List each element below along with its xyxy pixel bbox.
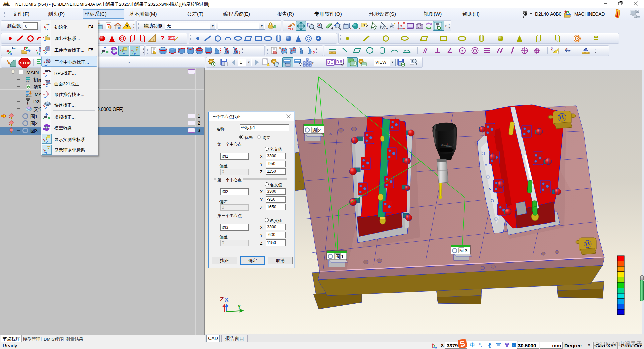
svg-text:X: X [225, 297, 229, 303]
svg-text:▾: ▾ [332, 27, 333, 30]
svg-text:T: T [585, 48, 587, 51]
svg-text:θ: θ [551, 46, 553, 50]
svg-text:2: 2 [318, 127, 321, 133]
svg-text:圆: 圆 [459, 248, 464, 253]
svg-text:圆: 圆 [312, 127, 317, 133]
svg-text:D: D [327, 60, 330, 65]
svg-text:Y: Y [237, 304, 241, 310]
svg-text:Init: Init [12, 47, 17, 50]
svg-text:1: 1 [341, 254, 344, 259]
svg-text:中: 中 [470, 342, 475, 348]
svg-text:°,: °, [479, 342, 482, 347]
svg-text:?: ? [126, 24, 128, 29]
svg-text:?: ? [239, 50, 240, 54]
svg-text:D: D [336, 60, 339, 64]
svg-text:?: ? [313, 51, 315, 55]
svg-text:v: v [286, 52, 287, 55]
svg-text:DMIS: DMIS [3, 5, 7, 7]
svg-text:Z: Z [220, 296, 224, 303]
svg-text:Init: Init [26, 80, 30, 83]
svg-text:STOP: STOP [20, 61, 30, 65]
svg-text:Path: Path [168, 36, 175, 40]
svg-text:3: 3 [465, 248, 467, 253]
svg-text:▾: ▾ [312, 61, 314, 65]
svg-text:Mode: Mode [26, 95, 32, 97]
svg-text:Init: Init [46, 23, 50, 26]
svg-text:RPS: RPS [45, 69, 51, 73]
svg-text:圆: 圆 [335, 254, 340, 259]
